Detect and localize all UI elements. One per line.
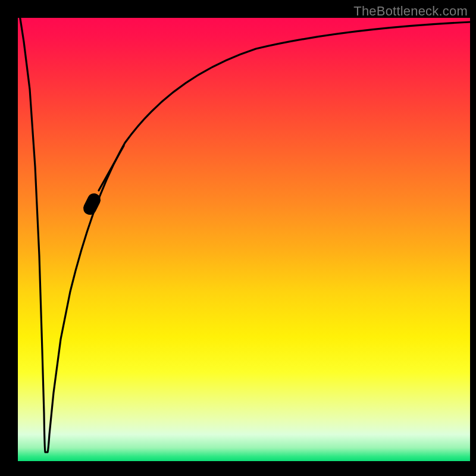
plot-area bbox=[18, 18, 470, 461]
curve-layer bbox=[18, 18, 470, 461]
highlight-lower-dot bbox=[90, 200, 94, 208]
chart-frame: TheBottleneck.com bbox=[0, 0, 476, 476]
curve-group bbox=[20, 18, 470, 452]
highlight-group bbox=[90, 146, 124, 208]
highlight-upper-segment bbox=[99, 146, 124, 190]
watermark-text: TheBottleneck.com bbox=[353, 4, 468, 19]
bottleneck-curve bbox=[20, 18, 470, 452]
